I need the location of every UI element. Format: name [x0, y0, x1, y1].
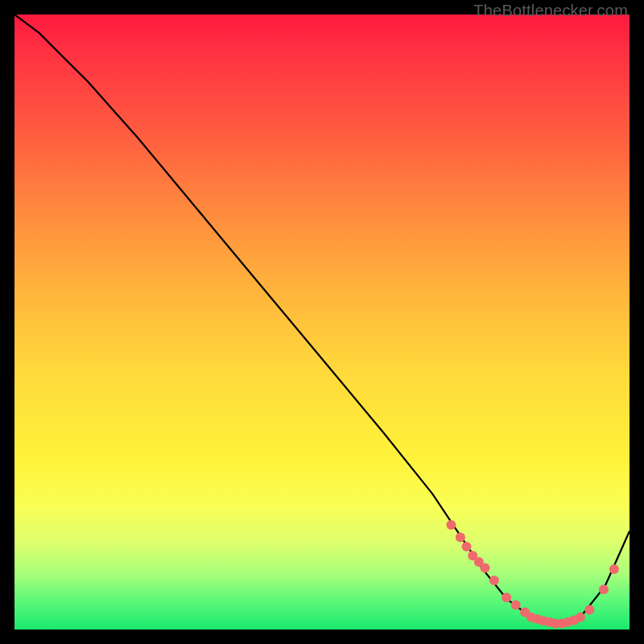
curve-svg — [14, 14, 630, 630]
highlight-dot — [481, 564, 490, 573]
highlight-dot — [489, 576, 499, 585]
highlight-dot — [446, 520, 456, 530]
chart-frame: TheBottlenecker.com — [0, 0, 644, 644]
highlight-dot — [599, 584, 609, 594]
highlight-dot — [456, 532, 465, 542]
highlight-dot — [609, 564, 619, 574]
highlight-dots — [446, 520, 619, 628]
attribution-label: TheBottlenecker.com — [473, 2, 628, 20]
highlight-dot — [502, 592, 511, 602]
bottleneck-curve — [14, 14, 630, 623]
highlight-dot — [511, 600, 521, 609]
gradient-plot-area — [14, 14, 630, 630]
highlight-dot — [462, 542, 472, 551]
highlight-dot — [584, 605, 594, 615]
highlight-dot — [576, 613, 585, 622]
